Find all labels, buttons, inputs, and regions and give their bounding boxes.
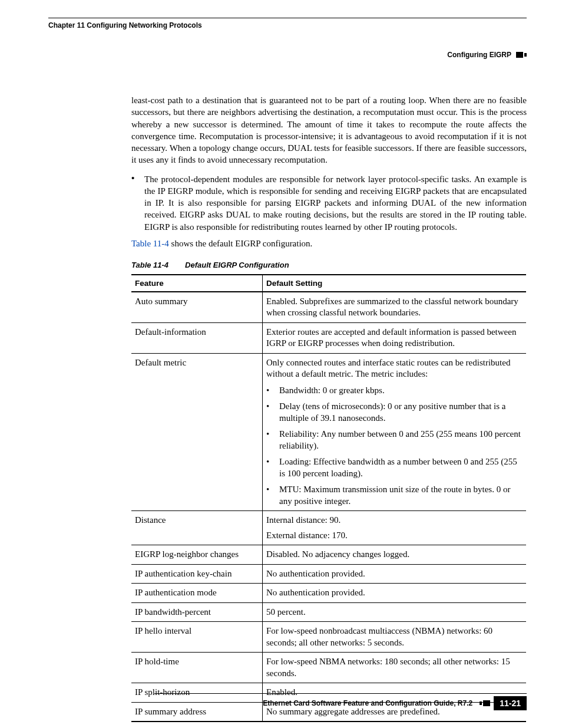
running-header-chapter: Chapter 11 Configuring Networking Protoc… xyxy=(48,21,202,29)
table-row: IP authentication key-chain No authentic… xyxy=(131,564,526,584)
table-row: Auto summary Enabled. Subprefixes are su… xyxy=(131,292,526,323)
table-row: IP hold-time For low-speed NBMA networks… xyxy=(131,653,526,683)
eigrp-config-table: Feature Default Setting Auto summary Ena… xyxy=(131,274,526,723)
body-paragraph-continuation: least-cost path to a destination that is… xyxy=(131,94,527,166)
table-row: Default-information Exterior routes are … xyxy=(131,322,526,353)
table-row: IP hello interval For low-speed nonbroad… xyxy=(131,622,526,653)
bullet-icon: • xyxy=(131,173,144,233)
running-header-section: Configuring EIGRP xyxy=(447,51,511,59)
table-header-setting: Default Setting xyxy=(263,275,527,292)
table-row: Default metric Only connected routes and… xyxy=(131,353,526,511)
table-reference-line: Table 11-4 shows the default EIGRP confi… xyxy=(131,239,527,249)
table-header-feature: Feature xyxy=(131,275,263,292)
footer-marker-icon xyxy=(480,700,490,706)
table-row: IP authentication mode No authentication… xyxy=(131,584,526,603)
section-marker-icon xyxy=(516,52,527,58)
page-number: 11-21 xyxy=(494,696,527,710)
footer-book-title: Ethernet Card Software Feature and Confi… xyxy=(48,699,480,707)
table-row: Distance Internal distance: 90. External… xyxy=(131,511,526,545)
table-ref-link[interactable]: Table 11-4 xyxy=(131,239,169,248)
table-row: EIGRP log-neighbor changes Disabled. No … xyxy=(131,545,526,565)
body-bullet-protocol-modules: The protocol-dependent modules are respo… xyxy=(144,173,527,233)
table-row: IP bandwidth-percent 50 percent. xyxy=(131,602,526,622)
table-caption: Table 11-4Default EIGRP Configuration xyxy=(131,261,527,269)
